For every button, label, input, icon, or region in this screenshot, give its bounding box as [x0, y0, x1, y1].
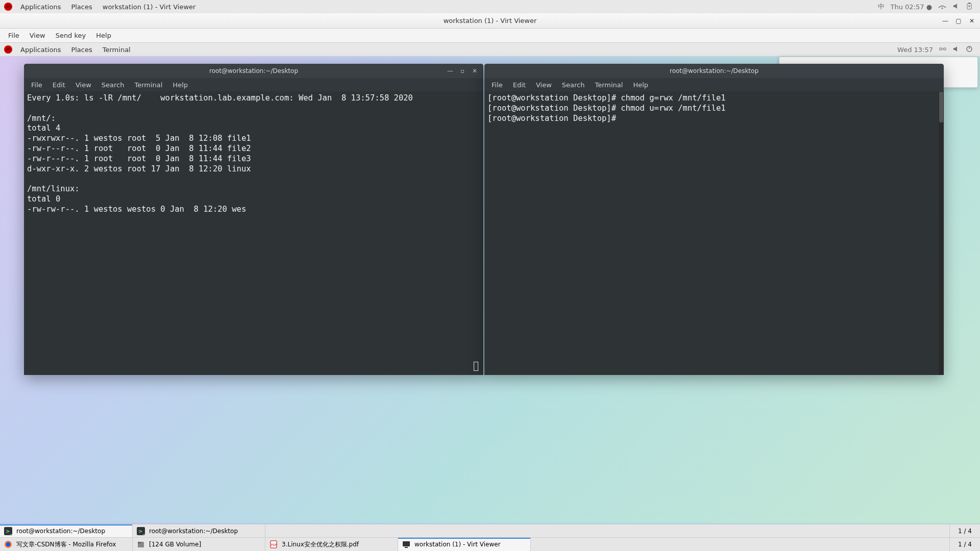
- taskbar-item[interactable]: [124 GB Volume]: [133, 538, 265, 551]
- files-icon: [137, 540, 145, 548]
- terminal-menu-view[interactable]: View: [70, 80, 96, 90]
- terminal-window-left[interactable]: root@workstation:~/Desktop — ▫ ✕ File Ed…: [24, 64, 483, 375]
- taskbar-item[interactable]: >_root@workstation:~/Desktop: [0, 524, 133, 538]
- terminal-icon: >_: [4, 527, 12, 535]
- host-top-panel: Applications Places workstation (1) - Vi…: [0, 0, 980, 13]
- terminal-menu-file[interactable]: File: [26, 80, 47, 90]
- workspace-pager[interactable]: 1 / 4: [949, 538, 980, 551]
- volume-icon[interactable]: [952, 3, 960, 11]
- redhat-icon: [4, 3, 12, 11]
- close-button[interactable]: ✕: [966, 16, 978, 26]
- power-icon[interactable]: [966, 45, 973, 54]
- host-taskbar-lower: 写文章-CSDN博客 - Mozilla Firefox[124 GB Volu…: [0, 537, 980, 551]
- svg-text:>_: >_: [138, 529, 145, 535]
- terminal-output[interactable]: Every 1.0s: ls -lR /mnt/ workstation.lab…: [24, 91, 483, 375]
- terminal-menu-help[interactable]: Help: [628, 80, 653, 90]
- wifi-icon[interactable]: [938, 3, 946, 11]
- svg-rect-19: [405, 547, 408, 548]
- host-taskbar-upper: >_root@workstation:~/Desktop>_root@works…: [0, 524, 980, 538]
- taskbar-item-label: 写文章-CSDN博客 - Mozilla Firefox: [16, 540, 116, 549]
- svg-text:PDF: PDF: [271, 543, 277, 546]
- taskbar-item-label: workstation (1) - Virt Viewer: [414, 541, 501, 548]
- terminal-window-right[interactable]: root@workstation:~/Desktop File Edit Vie…: [484, 64, 944, 375]
- terminal-title-text: root@workstation:~/Desktop: [670, 67, 758, 74]
- svg-rect-3: [940, 48, 942, 50]
- taskbar-item-label: 3.Linux安全优化之权限.pdf: [282, 540, 359, 549]
- viewer-menu-view[interactable]: View: [24, 30, 51, 41]
- minimize-button[interactable]: —: [445, 66, 456, 76]
- maximize-button[interactable]: ▫: [457, 66, 468, 76]
- viewer-titlebar[interactable]: workstation (1) - Virt Viewer — ▢ ✕: [0, 13, 980, 29]
- workspace-pager[interactable]: 1 / 4: [949, 524, 980, 538]
- guest-top-panel: Applications Places Terminal Wed 13:57: [0, 43, 980, 56]
- pdf-icon: PDF: [270, 540, 278, 548]
- close-button[interactable]: ✕: [469, 66, 480, 76]
- network-icon[interactable]: [939, 45, 946, 54]
- terminal-menu-search[interactable]: Search: [96, 80, 130, 90]
- terminal-menu-terminal[interactable]: Terminal: [590, 80, 628, 90]
- host-active-app[interactable]: workstation (1) - Virt Viewer: [97, 3, 201, 11]
- taskbar-item-label: [124 GB Volume]: [149, 541, 201, 548]
- svg-rect-4: [944, 48, 946, 50]
- taskbar-item[interactable]: 写文章-CSDN博客 - Mozilla Firefox: [0, 538, 133, 551]
- guest-clock[interactable]: Wed 13:57: [897, 46, 933, 54]
- terminal-output[interactable]: [root@workstation Desktop]# chmod g=rwx …: [484, 91, 944, 375]
- terminal-titlebar[interactable]: root@workstation:~/Desktop: [484, 64, 944, 78]
- terminal-menu-file[interactable]: File: [486, 80, 508, 90]
- battery-icon[interactable]: [966, 3, 973, 11]
- input-method-indicator[interactable]: 中: [878, 2, 885, 11]
- terminal-scrollbar[interactable]: [939, 91, 944, 375]
- terminal-menubar: File Edit View Search Terminal Help: [484, 78, 944, 91]
- terminal-menubar: File Edit View Search Terminal Help: [24, 78, 483, 91]
- guest-menu-places[interactable]: Places: [66, 46, 97, 54]
- svg-rect-18: [403, 541, 410, 546]
- terminal-menu-edit[interactable]: Edit: [47, 80, 70, 90]
- terminal-menu-edit[interactable]: Edit: [508, 80, 531, 90]
- taskbar-item-label: root@workstation:~/Desktop: [149, 528, 238, 535]
- virt-icon: [402, 540, 410, 548]
- terminal-menu-terminal[interactable]: Terminal: [129, 80, 167, 90]
- terminal-titlebar[interactable]: root@workstation:~/Desktop — ▫ ✕: [24, 64, 483, 78]
- terminal-menu-view[interactable]: View: [531, 80, 557, 90]
- guest-menu-applications[interactable]: Applications: [15, 46, 66, 54]
- svg-rect-15: [138, 542, 141, 543]
- host-menu-places[interactable]: Places: [66, 3, 97, 11]
- maximize-button[interactable]: ▢: [952, 16, 965, 26]
- redhat-icon: [4, 45, 12, 54]
- viewer-menu-file[interactable]: File: [3, 30, 24, 41]
- svg-rect-2: [968, 3, 970, 4]
- svg-point-13: [6, 542, 10, 546]
- minimize-button[interactable]: —: [939, 16, 951, 26]
- host-clock[interactable]: Thu 02:57 ●: [891, 3, 933, 11]
- viewer-menu-sendkey[interactable]: Send key: [51, 30, 91, 41]
- taskbar-item[interactable]: workstation (1) - Virt Viewer: [398, 538, 531, 551]
- viewer-title-text: workstation (1) - Virt Viewer: [444, 17, 537, 24]
- guest-desktop[interactable]: 西部开源 Applications Places Terminal Wed 13…: [0, 43, 980, 523]
- viewer-menubar: File View Send key Help: [0, 29, 980, 43]
- terminal-menu-search[interactable]: Search: [557, 80, 590, 90]
- taskbar-item[interactable]: >_root@workstation:~/Desktop: [133, 524, 265, 538]
- guest-menu-terminal[interactable]: Terminal: [97, 46, 136, 54]
- firefox-icon: [4, 540, 12, 548]
- viewer-menu-help[interactable]: Help: [91, 30, 116, 41]
- terminal-menu-help[interactable]: Help: [167, 80, 193, 90]
- terminal-title-text: root@workstation:~/Desktop: [209, 67, 298, 74]
- terminal-icon: >_: [137, 527, 145, 535]
- host-menu-applications[interactable]: Applications: [15, 3, 66, 11]
- taskbar-item-label: root@workstation:~/Desktop: [16, 528, 105, 535]
- svg-point-0: [942, 7, 943, 9]
- svg-text:>_: >_: [6, 529, 12, 535]
- taskbar-item[interactable]: PDF3.Linux安全优化之权限.pdf: [265, 538, 398, 551]
- volume-icon[interactable]: [952, 45, 960, 54]
